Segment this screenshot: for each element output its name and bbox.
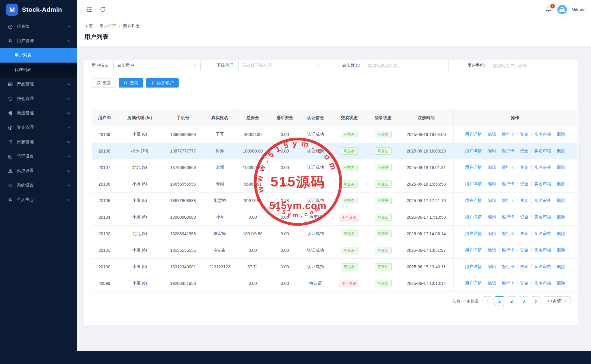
cell-auth-status: 待认证 <box>300 275 331 292</box>
bank-card-link[interactable]: 银行卡 <box>499 264 514 269</box>
edit-link[interactable]: 编辑 <box>485 248 496 252</box>
user-detail-link[interactable]: 用户详情 <box>465 181 482 186</box>
sub-agent-select[interactable]: 请选择下级代理 <box>238 60 324 71</box>
user-detail-link[interactable]: 用户详情 <box>465 231 482 236</box>
bank-card-link[interactable]: 银行卡 <box>499 132 514 137</box>
kyc-review-link[interactable]: 实名审核 <box>531 165 551 170</box>
sidebar-item-risk-settings[interactable]: 风控设置 <box>0 164 77 178</box>
filter-row: 用户筛选: 真实用户 下级代理: 请选择下级代理 真实姓名: <box>92 60 571 71</box>
page-size-select[interactable]: 10 条/页 <box>544 296 571 306</box>
sidebar-item-ipo-management[interactable]: 新股管理 <box>0 106 77 120</box>
table-row: 20106 小風 (6) 13655555555 老周 96963.61 0.0… <box>92 176 577 193</box>
funds-link[interactable]: 资金 <box>517 214 529 219</box>
funds-link[interactable]: 资金 <box>517 264 529 269</box>
real-name-input[interactable] <box>364 60 449 71</box>
bank-card-link[interactable]: 银行卡 <box>499 248 514 252</box>
delete-link[interactable]: 删除 <box>554 248 565 252</box>
cell-hk-funds: 0.00 <box>270 126 300 143</box>
funds-link[interactable]: 资金 <box>517 132 529 137</box>
bank-card-link[interactable]: 银行卡 <box>499 181 514 186</box>
edit-link[interactable]: 编辑 <box>485 181 496 186</box>
funds-link[interactable]: 资金 <box>517 248 529 252</box>
delete-link[interactable]: 删除 <box>554 281 565 285</box>
kyc-review-link[interactable]: 实名审核 <box>531 248 551 252</box>
user-type-select[interactable]: 真实用户 <box>113 60 201 71</box>
user-detail-link[interactable]: 用户详情 <box>465 198 482 203</box>
edit-link[interactable]: 编辑 <box>485 165 496 170</box>
user-detail-link[interactable]: 用户详情 <box>465 165 482 170</box>
reset-button[interactable]: 重置 <box>92 78 116 88</box>
kyc-review-link[interactable]: 实名审核 <box>531 181 551 186</box>
bank-card-link[interactable]: 银行卡 <box>499 231 514 236</box>
delete-link[interactable]: 删除 <box>554 165 565 170</box>
delete-link[interactable]: 删除 <box>554 198 565 203</box>
bank-card-link[interactable]: 银行卡 <box>499 198 514 203</box>
cell-real-name: 213123123 <box>204 259 236 275</box>
kyc-review-link[interactable]: 实名审核 <box>531 214 551 219</box>
kyc-review-link[interactable]: 实名审核 <box>531 148 551 153</box>
user-detail-link[interactable]: 用户详情 <box>465 148 482 153</box>
sidebar-item-funds-management[interactable]: 资金管理 <box>0 120 77 135</box>
bank-card-link[interactable]: 银行卡 <box>499 148 514 153</box>
pagination-next-button[interactable] <box>531 296 540 306</box>
user-detail-link[interactable]: 用户详情 <box>465 132 482 137</box>
bank-card-link[interactable]: 银行卡 <box>499 165 514 170</box>
pagination-page-button[interactable]: 1 <box>495 296 504 306</box>
sidebar-item-profile[interactable]: 个人中心 <box>0 193 77 207</box>
current-user-name[interactable]: Mitrade <box>571 7 586 12</box>
sidebar-item-system-settings[interactable]: 系统设置 <box>0 178 77 193</box>
sidebar-item-agent-list[interactable]: 代理列表 <box>0 63 77 77</box>
avatar[interactable] <box>557 5 567 14</box>
sidebar-item-log-management[interactable]: 日志管理 <box>0 135 77 149</box>
breadcrumb-bar: 主页 / 用户管理 / 用户列表 用户列表 <box>77 19 591 46</box>
collapse-menu-icon[interactable] <box>86 6 93 13</box>
refresh-icon[interactable] <box>99 6 106 13</box>
edit-link[interactable]: 编辑 <box>485 198 496 203</box>
breadcrumb-section[interactable]: 用户管理 <box>99 24 116 29</box>
sidebar-item-position-management[interactable]: 持仓管理 <box>0 91 77 106</box>
edit-link[interactable]: 编辑 <box>485 214 496 219</box>
funds-link[interactable]: 资金 <box>517 165 529 170</box>
kyc-review-link[interactable]: 实名审核 <box>531 231 551 236</box>
delete-link[interactable]: 删除 <box>554 214 565 219</box>
pagination-page-button[interactable]: 3 <box>519 296 528 306</box>
sidebar-item-user-list[interactable]: 用户列表 <box>0 48 77 63</box>
kyc-review-link[interactable]: 实名审核 <box>531 281 551 285</box>
user-phone-input[interactable] <box>489 60 575 71</box>
user-detail-link[interactable]: 用户详情 <box>465 264 482 269</box>
funds-link[interactable]: 资金 <box>517 198 529 203</box>
table-row: 20099 小風 (6) 19288351958 0.00 0.00 待认证 不… <box>92 275 577 292</box>
user-detail-link[interactable]: 用户详情 <box>465 248 482 252</box>
edit-link[interactable]: 编辑 <box>485 264 496 269</box>
user-detail-link[interactable]: 用户详情 <box>465 214 482 219</box>
kyc-review-link[interactable]: 实名审核 <box>531 198 551 203</box>
funds-link[interactable]: 资金 <box>517 181 529 186</box>
pagination-prev-button[interactable] <box>483 296 492 306</box>
sidebar-item-dashboard[interactable]: 仪表盘 <box>0 19 77 34</box>
funds-link[interactable]: 资金 <box>517 231 529 236</box>
funds-link[interactable]: 资金 <box>517 281 529 285</box>
bank-card-link[interactable]: 银行卡 <box>499 214 514 219</box>
sidebar-item-admin-settings[interactable]: 管理设置 <box>0 149 77 164</box>
delete-link[interactable]: 删除 <box>554 264 565 269</box>
sidebar-item-user-management[interactable]: 用户管理 <box>0 34 77 48</box>
bank-card-link[interactable]: 银行卡 <box>499 281 514 285</box>
user-detail-link[interactable]: 用户详情 <box>465 281 482 285</box>
delete-link[interactable]: 删除 <box>554 231 565 236</box>
notification-bell[interactable]: 1 <box>545 5 553 14</box>
pagination-page-button[interactable]: 2 <box>507 296 516 306</box>
funds-link[interactable]: 资金 <box>517 148 529 153</box>
search-button[interactable]: 查询 <box>119 78 143 88</box>
add-account-button[interactable]: 添加账户 <box>146 78 179 88</box>
delete-link[interactable]: 删除 <box>554 148 565 153</box>
sidebar-item-product-management[interactable]: 产品管理 <box>0 77 77 91</box>
delete-link[interactable]: 删除 <box>554 181 565 186</box>
breadcrumb-home[interactable]: 主页 <box>84 24 93 29</box>
edit-link[interactable]: 编辑 <box>485 281 496 285</box>
edit-link[interactable]: 编辑 <box>485 148 496 153</box>
edit-link[interactable]: 编辑 <box>485 132 496 137</box>
delete-link[interactable]: 删除 <box>554 132 565 137</box>
kyc-review-link[interactable]: 实名审核 <box>531 264 551 269</box>
kyc-review-link[interactable]: 实名审核 <box>531 132 551 137</box>
edit-link[interactable]: 编辑 <box>485 231 496 236</box>
